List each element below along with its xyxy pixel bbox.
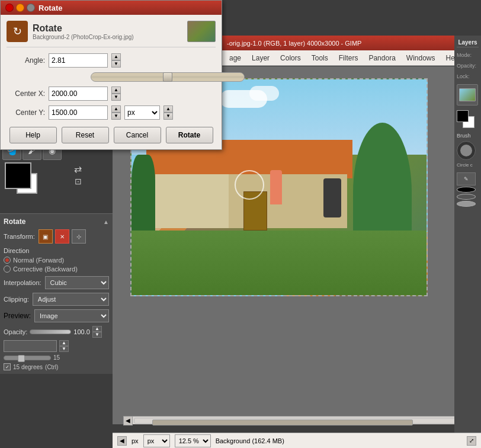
minimize-button[interactable] — [16, 4, 24, 12]
layers-lock-row: Lock: — [457, 73, 479, 79]
slider-thumb[interactable] — [163, 72, 172, 82]
snap-row: ✓ 15 degrees (Ctrl) — [4, 363, 109, 370]
dialog-content: ↻ Rotate Background-2 (PhotoCrop-Ex-orig… — [1, 15, 222, 149]
dialog-titlebar: Rotate — [1, 1, 222, 15]
unit-select[interactable]: px mm in — [143, 434, 170, 447]
menu-item-tools[interactable]: Tools — [307, 52, 333, 64]
scrollbar-horizontal[interactable]: ◀ ▶ ⤢ — [123, 416, 481, 424]
transform-label: Transform: — [4, 233, 35, 240]
transform-selection-icon[interactable]: ⊹ — [72, 229, 86, 244]
opacity-label: Opacity: — [4, 328, 27, 335]
water-tank — [323, 178, 341, 217]
menu-item-filters[interactable]: Filters — [334, 52, 363, 64]
color-dot-black[interactable] — [457, 187, 476, 193]
mode-label: Mode: — [457, 52, 472, 58]
grid-row: ▲ ▼ — [4, 340, 109, 352]
clipping-dropdown[interactable]: Adjust Clip — [33, 293, 109, 306]
transform-icons: ▣ ✕ ⊹ — [39, 229, 86, 244]
center-y-down-btn[interactable]: ▼ — [111, 113, 121, 120]
transform-layer-icon[interactable]: ▣ — [39, 229, 53, 244]
angle-row: Angle: ▲ ▼ — [7, 53, 216, 68]
nav-left-arrow[interactable]: ◀ — [117, 436, 127, 446]
dialog-header: ↻ Rotate Background-2 (PhotoCrop-Ex-orig… — [7, 21, 216, 47]
center-y-input[interactable] — [49, 105, 108, 120]
angle-slider[interactable] — [91, 72, 245, 82]
layer-swatches — [457, 110, 479, 128]
nav-right-arrow[interactable]: ⤢ — [467, 436, 476, 446]
snap-label: 15 degrees — [13, 364, 43, 370]
direction-corrective-radio[interactable] — [4, 265, 11, 273]
preview-dropdown[interactable]: Image Outline — [34, 309, 109, 322]
gimp-titlebar: -orig.jpg-1.0 (RGB, 1 layer) 4000x3000 -… — [222, 36, 481, 51]
grid-up-btn[interactable]: ▲ — [59, 340, 69, 346]
center-y-up-btn[interactable]: ▲ — [111, 105, 121, 113]
grid-down-btn[interactable]: ▼ — [59, 346, 69, 352]
direction-normal-radio[interactable] — [4, 257, 11, 264]
center-y-row: Center Y: ▲ ▼ px mm ▲ ▼ — [7, 105, 216, 120]
swap-colors-icon[interactable]: ⇄ — [74, 164, 82, 175]
grid-input[interactable] — [4, 340, 57, 352]
dialog-title: Rotate — [39, 4, 62, 12]
dialog-header-subtitle: Background-2 (PhotoCrop-Ex-orig.jpg) — [33, 34, 134, 40]
center-y-spinner: ▲ ▼ — [111, 105, 121, 120]
opacity-slider[interactable] — [30, 329, 71, 334]
cancel-button[interactable]: Cancel — [114, 127, 161, 143]
zoom-select[interactable]: 12.5 % 25 % 50 % 100 % — [175, 434, 211, 447]
center-x-row: Center X: ▲ ▼ — [7, 87, 216, 101]
interpolation-dropdown[interactable]: Cubic Linear None — [45, 276, 109, 289]
panel-title: Rotate — [4, 217, 25, 226]
foreground-color[interactable] — [5, 162, 31, 189]
center-x-label: Center X: — [7, 89, 45, 98]
help-button[interactable]: Help — [9, 127, 57, 143]
maximize-button[interactable] — [27, 4, 35, 12]
close-button[interactable] — [5, 4, 14, 12]
menu-item-colors[interactable]: Colors — [275, 52, 306, 64]
scroll-left-arrow[interactable]: ◀ — [123, 416, 133, 425]
transform-row: Transform: ▣ ✕ ⊹ — [4, 229, 109, 244]
layers-opacity-row: Opacity: — [457, 63, 479, 69]
menu-item-layer[interactable]: Layer — [247, 52, 274, 64]
clipping-label: Clipping: — [4, 296, 29, 303]
brush-label: Brush — [457, 133, 479, 139]
gimp-title: -orig.jpg-1.0 (RGB, 1 layer) 4000x3000 -… — [227, 40, 361, 47]
angle-up-btn[interactable]: ▲ — [111, 53, 121, 60]
color-dot-light[interactable] — [457, 201, 476, 207]
center-x-spinner: ▲ ▼ — [111, 87, 121, 101]
right-panel: Layers Mode: Opacity: Lock: Brush Circle… — [454, 36, 481, 448]
dialog-rotate-icon: ↻ — [7, 21, 28, 42]
unit-up-btn[interactable]: ▲ — [163, 105, 173, 113]
center-x-input[interactable] — [49, 87, 108, 101]
reset-colors-icon[interactable]: ⊡ — [75, 177, 82, 186]
center-x-down-btn[interactable]: ▼ — [111, 94, 121, 101]
layer-fg-color[interactable] — [457, 110, 469, 122]
menu-item-age[interactable]: age — [225, 52, 246, 64]
snap-checkbox[interactable]: ✓ — [4, 363, 11, 370]
opacity-spinner: ▲ ▼ — [92, 326, 101, 338]
color-swatches-area: ⇄ ⊡ — [5, 162, 88, 198]
unit-down-btn[interactable]: ▼ — [163, 113, 173, 120]
interpolation-label: Interpolation: — [4, 279, 41, 286]
rotate-button[interactable]: Rotate — [166, 127, 213, 143]
scrollbar-thumb-h[interactable] — [152, 420, 413, 425]
direction-normal-label: Normal (Forward) — [13, 257, 64, 264]
tool-pencil-right[interactable]: ✎ — [457, 172, 476, 185]
menu-item-pandora[interactable]: Pandora — [364, 52, 400, 64]
center-x-up-btn[interactable]: ▲ — [111, 87, 121, 94]
color-dot-gray[interactable] — [457, 194, 476, 200]
angle-input[interactable] — [49, 53, 108, 68]
transform-path-icon[interactable]: ✕ — [55, 229, 69, 244]
right-tools: ✎ — [457, 172, 479, 207]
brush-inner — [460, 145, 472, 156]
angle-down-btn[interactable]: ▼ — [111, 60, 121, 68]
snap-angle-slider[interactable] — [4, 356, 51, 360]
opacity-down-btn[interactable]: ▼ — [92, 332, 102, 338]
menu-item-windows[interactable]: Windows — [402, 52, 440, 64]
unit-select-dialog[interactable]: px mm — [124, 105, 160, 120]
rotate-panel: Rotate ▲ Transform: ▣ ✕ ⊹ Direction Norm… — [0, 213, 113, 374]
reset-button[interactable]: Reset — [62, 127, 109, 143]
panel-expand-icon[interactable]: ▲ — [103, 219, 109, 225]
lock-label: Lock: — [457, 73, 470, 79]
snap-angle-thumb[interactable] — [18, 355, 25, 362]
opacity-up-btn[interactable]: ▲ — [92, 326, 102, 332]
layer-thumbnail[interactable] — [457, 84, 478, 105]
